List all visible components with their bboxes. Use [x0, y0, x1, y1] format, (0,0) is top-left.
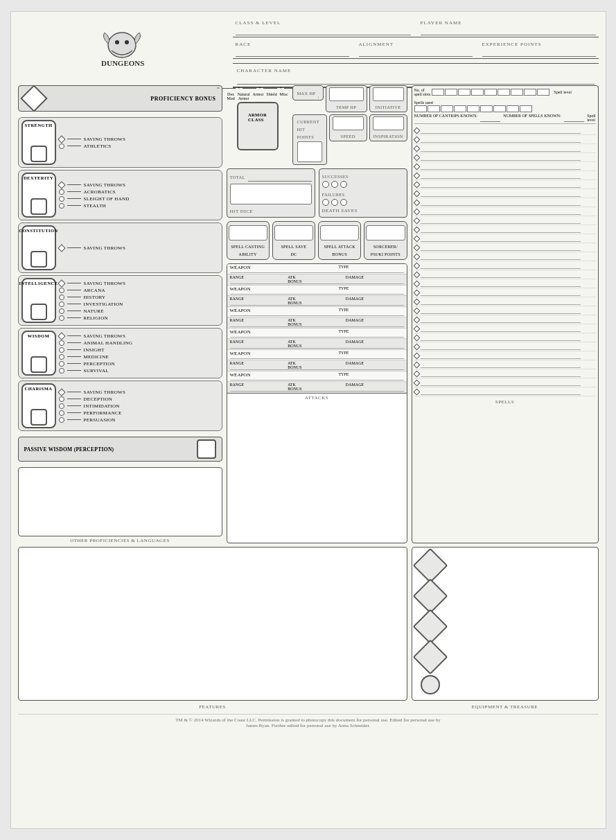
spell-name-9[interactable] [421, 208, 581, 215]
sleight-circle[interactable] [59, 196, 64, 202]
success-1[interactable] [322, 181, 329, 188]
armor-class-box[interactable]: ARMORCLASS [237, 102, 279, 150]
other-prof-box[interactable] [18, 467, 222, 536]
intelligence-mod[interactable] [30, 304, 47, 320]
range-value-0[interactable] [249, 275, 288, 284]
spell-diamond-25[interactable] [413, 352, 420, 359]
spell-diamond-20[interactable] [413, 307, 420, 314]
wis-save-diamond[interactable] [58, 332, 65, 340]
type-value-1[interactable] [360, 286, 404, 295]
player-name-field[interactable]: PLAYER NAME [418, 19, 599, 37]
spell-used-slot-8[interactable] [507, 105, 519, 112]
performance-circle[interactable] [59, 410, 64, 416]
weapon-cell-4[interactable]: WEAPON [230, 351, 274, 359]
medicine-circle[interactable] [59, 354, 64, 360]
passive-wisdom-value[interactable] [197, 439, 216, 459]
spell-diamond-14[interactable] [413, 253, 420, 260]
deception-circle[interactable] [59, 396, 64, 402]
spell-used-slot-2[interactable] [428, 105, 440, 112]
type-value-2[interactable] [360, 308, 404, 316]
spell-name-7[interactable] [421, 190, 581, 197]
spell-name-17[interactable] [421, 280, 581, 287]
cha-save-diamond[interactable] [58, 388, 65, 396]
range-value-3[interactable] [249, 340, 288, 349]
cantrips-known-value[interactable] [480, 114, 500, 122]
charisma-score-box[interactable]: CHARISMA [21, 383, 56, 428]
failure-2[interactable] [331, 199, 338, 206]
spell-slot-3[interactable] [458, 89, 470, 96]
damage-value-0[interactable] [365, 275, 404, 284]
type-value-5[interactable] [360, 372, 404, 380]
sorcerer-points-value[interactable] [366, 225, 405, 240]
atk-bonus-value-5[interactable] [307, 383, 346, 392]
speed-value[interactable] [333, 116, 364, 130]
equip-circle-5[interactable] [421, 675, 440, 694]
weapon-cell-3[interactable]: WEAPON [230, 329, 274, 338]
spell-slot-2[interactable] [445, 89, 457, 96]
con-save-diamond[interactable] [58, 244, 65, 252]
hit-dice-value[interactable] [230, 184, 312, 204]
spell-save-dc-box[interactable]: SPELL SAVEDC [272, 221, 315, 260]
features-large-box[interactable] [18, 547, 407, 701]
failure-1[interactable] [322, 199, 329, 206]
race-field[interactable]: RACE [233, 40, 352, 58]
athletics-circle[interactable] [59, 143, 64, 149]
spell-diamond-2[interactable] [413, 145, 420, 152]
spell-name-6[interactable] [421, 181, 581, 188]
spell-diamond-12[interactable] [413, 235, 420, 242]
spell-name-1[interactable] [421, 136, 581, 143]
spell-slot-4[interactable] [471, 89, 484, 96]
weapon-value-0[interactable] [273, 265, 338, 273]
arcana-circle[interactable] [59, 288, 64, 293]
equip-diamond-4[interactable] [412, 640, 448, 675]
class-level-field[interactable]: CLASS & LEVEL [233, 19, 414, 37]
wisdom-score-box[interactable]: WISDOM [21, 331, 56, 376]
nature-circle[interactable] [59, 308, 64, 314]
spell-diamond-5[interactable] [413, 172, 420, 179]
weapon-value-4[interactable] [273, 351, 338, 359]
range-value-5[interactable] [249, 383, 288, 392]
hit-dice-total-value[interactable] [248, 172, 312, 182]
success-3[interactable] [340, 181, 347, 188]
stealth-circle[interactable] [59, 203, 64, 209]
spell-diamond-16[interactable] [413, 271, 420, 278]
damage-value-2[interactable] [365, 318, 404, 327]
investigation-circle[interactable] [59, 301, 64, 307]
spell-name-26[interactable] [421, 361, 581, 368]
spell-used-slot-9[interactable] [520, 105, 532, 112]
perception-circle[interactable] [59, 361, 64, 367]
dexterity-score-box[interactable]: DEXTERITY [21, 173, 56, 218]
spell-name-24[interactable] [421, 343, 581, 350]
spell-diamond-19[interactable] [413, 298, 420, 305]
spell-diamond-1[interactable] [413, 136, 420, 143]
constitution-mod[interactable] [30, 251, 47, 268]
spell-slot-7[interactable] [511, 89, 523, 96]
type-value-3[interactable] [360, 329, 404, 338]
xp-field[interactable]: EXPERIENCE POINTS [479, 40, 599, 58]
spell-name-10[interactable] [421, 217, 581, 224]
spell-diamond-4[interactable] [413, 163, 420, 170]
spell-used-slot-6[interactable] [480, 105, 493, 112]
strength-mod[interactable] [30, 146, 47, 162]
success-2[interactable] [331, 181, 338, 188]
spell-name-0[interactable] [421, 127, 581, 134]
spell-name-23[interactable] [421, 334, 581, 341]
spell-diamond-23[interactable] [413, 334, 420, 341]
weapon-value-1[interactable] [273, 286, 338, 295]
race-value[interactable] [236, 47, 349, 57]
initiative-box[interactable]: INITIATIVE [369, 85, 407, 112]
spell-diamond-26[interactable] [413, 361, 420, 368]
spell-name-5[interactable] [421, 172, 581, 179]
damage-value-3[interactable] [365, 340, 404, 349]
intelligence-score-box[interactable]: INTELLIGENCE [21, 278, 56, 323]
wisdom-mod[interactable] [30, 356, 47, 373]
range-value-2[interactable] [249, 318, 288, 327]
spell-diamond-28[interactable] [413, 379, 420, 386]
char-name-value[interactable] [237, 75, 595, 85]
spell-diamond-27[interactable] [413, 370, 420, 377]
sorcerer-points-box[interactable]: SORCERER/PSI/KI POINTS [364, 221, 407, 260]
weapon-cell-1[interactable]: WEAPON [230, 286, 274, 295]
alignment-field[interactable]: ALIGNMENT [356, 40, 475, 58]
spell-diamond-17[interactable] [413, 280, 420, 287]
weapon-value-5[interactable] [273, 372, 338, 380]
